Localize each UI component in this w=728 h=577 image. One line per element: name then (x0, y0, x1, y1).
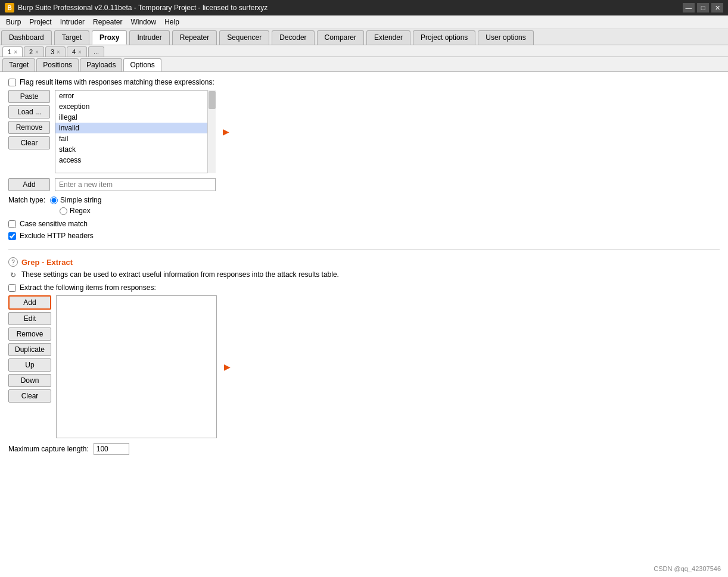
load-button[interactable]: Load ... (8, 105, 50, 118)
grep-extract-buttons-left: Add Edit Remove Duplicate Up Down Clear (8, 295, 51, 438)
title-bar: B Burp Suite Professional v2.0.11beta - … (0, 0, 728, 15)
extract-checkbox[interactable] (8, 284, 16, 292)
flag-checkbox-label: Flag result items with responses matchin… (20, 78, 214, 86)
max-capture-input[interactable] (94, 443, 129, 455)
max-capture-row: Maximum capture length: (8, 443, 720, 455)
extract-checkbox-label: Extract the following items from respons… (20, 283, 156, 292)
nav-tab-comparer[interactable]: Comparer (317, 30, 364, 45)
menu-item-project[interactable]: Project (26, 17, 55, 27)
case-sensitive-row: Case sensitive match (8, 220, 720, 228)
window-controls: — □ ✕ (683, 3, 723, 13)
case-sensitive-checkbox[interactable] (8, 220, 16, 228)
menu-item-intruder[interactable]: Intruder (57, 17, 88, 27)
num-tab-2[interactable]: 2× (24, 46, 44, 57)
help-icon[interactable]: ? (8, 257, 18, 267)
add-button-match[interactable]: Add (8, 178, 50, 191)
nav-tab-extender[interactable]: Extender (366, 30, 410, 45)
main-content: Flag result items with responses matchin… (0, 72, 728, 577)
nav-tab-project-options[interactable]: Project options (413, 30, 475, 45)
grep-match-buttons-left: Paste Load ... Remove Clear (8, 90, 50, 173)
close-button[interactable]: ✕ (711, 3, 723, 13)
sub-tab-payloads[interactable]: Payloads (80, 58, 122, 71)
extract-list-container (56, 295, 217, 438)
menu-item-help[interactable]: Help (161, 17, 183, 27)
clear-button-match[interactable]: Clear (8, 136, 50, 149)
regex-label: Regex (70, 207, 91, 215)
up-button[interactable]: Up (8, 358, 51, 372)
clear-button-extract[interactable]: Clear (8, 389, 51, 403)
flag-checkbox[interactable] (8, 79, 16, 86)
menu-bar: BurpProjectIntruderRepeaterWindowHelp (0, 15, 728, 29)
menu-item-burp[interactable]: Burp (2, 17, 24, 27)
edit-button[interactable]: Edit (8, 312, 51, 325)
grep-match-list-area: Paste Load ... Remove Clear error except… (8, 90, 720, 173)
menu-item-window[interactable]: Window (127, 17, 160, 27)
nav-tab-dashboard[interactable]: Dashboard (1, 30, 52, 45)
down-button[interactable]: Down (8, 374, 51, 387)
arrow-right-extract-icon: ▶ (224, 362, 231, 372)
remove-button[interactable]: Remove (8, 121, 50, 134)
num-tab-3[interactable]: 3× (45, 46, 66, 57)
grep-extract-header: ? Grep - Extract (8, 257, 720, 267)
grep-extract-title: Grep - Extract (21, 258, 73, 267)
sub-tab-options[interactable]: Options (123, 58, 161, 71)
grep-extract-list-area: Add Edit Remove Duplicate Up Down Clear … (8, 295, 720, 438)
simple-string-radio[interactable] (50, 197, 58, 204)
grep-match-section: Flag result items with responses matchin… (8, 78, 720, 240)
simple-string-option: Simple string (50, 196, 101, 204)
section-separator (8, 249, 720, 250)
menu-item-repeater[interactable]: Repeater (89, 17, 126, 27)
match-type-row: Match type: Simple string (8, 196, 720, 204)
nav-tab-intruder[interactable]: Intruder (129, 30, 169, 45)
add-button-extract[interactable]: Add (8, 295, 51, 310)
regex-radio[interactable] (60, 207, 67, 215)
num-tab-1[interactable]: 1× (2, 46, 23, 57)
exclude-headers-label: Exclude HTTP headers (20, 232, 94, 240)
nav-tab-sequencer[interactable]: Sequencer (219, 30, 269, 45)
extract-checkbox-row: Extract the following items from respons… (8, 283, 720, 292)
num-tabs-row: 1×2×3×4×... (0, 45, 728, 57)
sub-tab-target[interactable]: Target (2, 58, 35, 71)
regex-option: Regex (60, 207, 91, 215)
sub-tab-positions[interactable]: Positions (36, 58, 79, 71)
nav-tab-proxy[interactable]: Proxy (92, 30, 127, 45)
new-item-input[interactable] (55, 178, 216, 191)
list-item[interactable]: exception (55, 101, 215, 112)
duplicate-button[interactable]: Duplicate (8, 343, 51, 356)
regex-row: Regex (8, 207, 720, 215)
num-tab-...[interactable]: ... (88, 46, 104, 57)
nav-tab-decoder[interactable]: Decoder (272, 30, 314, 45)
watermark: CSDN @qq_42307546 (654, 565, 721, 572)
maximize-button[interactable]: □ (697, 3, 709, 13)
list-item[interactable]: fail (55, 133, 215, 144)
extract-description-row: ↻ These settings can be used to extract … (8, 270, 720, 280)
list-item[interactable]: illegal (55, 112, 215, 123)
app-icon: B (5, 3, 14, 13)
nav-tab-repeater[interactable]: Repeater (172, 30, 217, 45)
sub-tabs-row: TargetPositionsPayloadsOptions (0, 57, 728, 72)
nav-tab-user-options[interactable]: User options (478, 30, 533, 45)
list-scrollbar[interactable] (207, 90, 216, 173)
num-tab-4[interactable]: 4× (67, 46, 87, 57)
flag-checkbox-row: Flag result items with responses matchin… (8, 78, 720, 86)
add-row: Add (8, 178, 720, 191)
list-item[interactable]: stack (55, 144, 215, 155)
exclude-headers-row: Exclude HTTP headers (8, 232, 720, 240)
list-item[interactable]: invalid (55, 123, 215, 133)
list-item[interactable]: access (55, 155, 215, 166)
list-item[interactable]: error (55, 91, 215, 101)
grep-extract-section: ? Grep - Extract ↻ These settings can be… (8, 257, 720, 455)
minimize-button[interactable]: — (683, 3, 695, 13)
case-sensitive-label: Case sensitive match (20, 220, 88, 228)
paste-button[interactable]: Paste (8, 90, 50, 103)
simple-string-label: Simple string (60, 196, 101, 204)
window-title: Burp Suite Professional v2.0.11beta - Te… (18, 4, 679, 12)
nav-tabs: DashboardTargetProxyIntruderRepeaterSequ… (0, 29, 728, 45)
refresh-icon: ↻ (8, 270, 18, 280)
match-type-label: Match type: (8, 196, 45, 204)
remove-button-extract[interactable]: Remove (8, 328, 51, 341)
grep-match-list[interactable]: error exception illegal invalid fail sta… (55, 90, 216, 173)
exclude-headers-checkbox[interactable] (8, 232, 16, 240)
nav-tab-target[interactable]: Target (54, 30, 89, 45)
extract-list[interactable] (56, 295, 217, 438)
